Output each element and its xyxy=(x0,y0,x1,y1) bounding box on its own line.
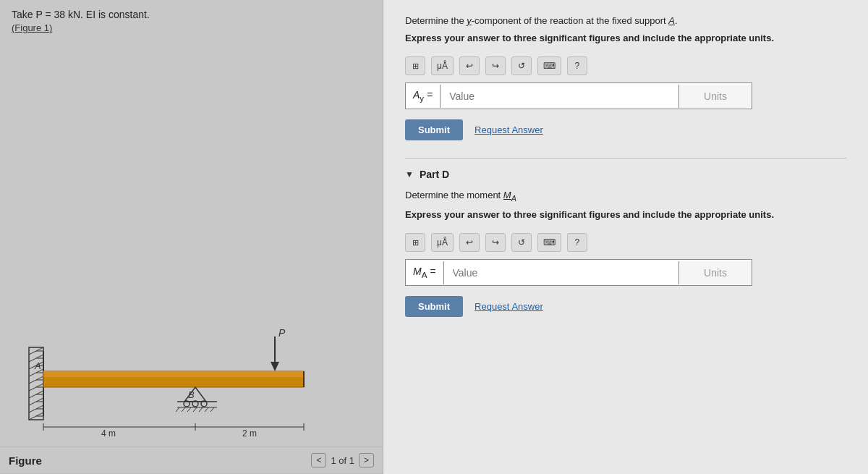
nav-controls: < 1 of 1 > xyxy=(311,453,374,467)
part-c-units-field: Units xyxy=(679,85,752,108)
part-d-label: Part D xyxy=(420,169,449,180)
figure-label: Figure xyxy=(9,454,42,467)
svg-marker-36 xyxy=(271,362,279,371)
keyboard-button-c[interactable]: ⌨ xyxy=(537,56,561,75)
part-d-moment-label: MA xyxy=(503,190,516,200)
dim-2m: 2 m xyxy=(242,428,257,439)
part-d-submit-button[interactable]: Submit xyxy=(405,296,463,317)
svg-rect-23 xyxy=(43,371,304,377)
svg-line-29 xyxy=(176,407,179,412)
p-label: P xyxy=(278,327,286,339)
nav-page-indicator: 1 of 1 xyxy=(331,455,354,466)
part-c-title: Determine the y-component of the reactio… xyxy=(405,14,846,27)
undo-button-c[interactable]: ↩ xyxy=(459,56,480,75)
part-d-value-input[interactable] xyxy=(443,261,679,284)
help-icon-d: ? xyxy=(575,237,580,247)
a-label: A xyxy=(34,360,41,371)
keyboard-icon-d: ⌨ xyxy=(543,237,556,247)
title-fixed: A xyxy=(668,15,675,26)
help-button-d[interactable]: ? xyxy=(567,233,587,252)
part-c-value-input[interactable] xyxy=(440,85,679,108)
svg-line-33 xyxy=(199,407,203,412)
keyboard-button-d[interactable]: ⌨ xyxy=(537,233,561,252)
mu-button-c[interactable]: μÅ xyxy=(431,56,454,75)
redo-icon-c: ↪ xyxy=(492,61,499,71)
part-d-header: ▼ Part D xyxy=(405,169,846,180)
help-button-c[interactable]: ? xyxy=(567,56,587,75)
nav-next-button[interactable]: > xyxy=(359,453,374,467)
part-d-title: Determine the moment MA xyxy=(405,189,846,204)
part-d-arrow: ▼ xyxy=(405,169,414,179)
part-d-request-answer-button[interactable]: Request Answer xyxy=(475,301,543,312)
right-panel: Determine the y-component of the reactio… xyxy=(383,0,868,474)
section-divider xyxy=(405,158,846,158)
dim-4m: 4 m xyxy=(101,428,116,439)
svg-line-34 xyxy=(205,407,208,412)
svg-line-30 xyxy=(182,407,185,412)
figure-canvas: B P A xyxy=(22,242,333,445)
reset-icon-c: ↺ xyxy=(518,61,525,71)
part-c-label: Ay = xyxy=(406,83,440,109)
keyboard-icon-c: ⌨ xyxy=(543,61,556,71)
redo-button-d[interactable]: ↪ xyxy=(485,233,506,252)
title-italic: y xyxy=(467,15,472,26)
formula-button-c[interactable]: ⊞ xyxy=(405,56,425,75)
part-d-toolbar: ⊞ μÅ ↩ ↪ ↺ ⌨ ? xyxy=(405,233,846,252)
undo-icon-c: ↩ xyxy=(466,61,473,71)
reset-button-d[interactable]: ↺ xyxy=(511,233,532,252)
redo-icon-d: ↪ xyxy=(492,237,499,247)
part-d-section: ▼ Part D Determine the moment MA Express… xyxy=(405,169,846,317)
left-panel: Take P = 38 kN. EI is constant. (Figure … xyxy=(0,0,383,474)
redo-button-c[interactable]: ↪ xyxy=(485,56,506,75)
part-d-label-field: MA = xyxy=(406,260,443,285)
undo-icon-d: ↩ xyxy=(466,237,473,247)
part-d-instruction: Express your answer to three significant… xyxy=(405,208,846,221)
reset-icon-d: ↺ xyxy=(518,237,525,247)
mu-button-d[interactable]: μÅ xyxy=(431,233,454,252)
part-d-submit-row: Submit Request Answer xyxy=(405,296,846,317)
svg-line-32 xyxy=(193,407,197,412)
help-icon-c: ? xyxy=(575,61,580,71)
beam-svg: B P A xyxy=(22,242,333,445)
part-d-units-field: Units xyxy=(679,261,752,284)
svg-line-35 xyxy=(210,407,214,412)
nav-prev-button[interactable]: < xyxy=(311,453,326,467)
problem-ref[interactable]: (Figure 1) xyxy=(12,22,371,33)
reset-button-c[interactable]: ↺ xyxy=(511,56,532,75)
figure-header: Figure < 1 of 1 > xyxy=(0,447,383,474)
formula-icon-c: ⊞ xyxy=(412,62,419,71)
part-d-answer-row: MA = Units xyxy=(405,259,752,286)
wall-hatch xyxy=(29,347,43,420)
svg-line-31 xyxy=(187,407,191,412)
problem-text: Take P = 38 kN. EI is constant. xyxy=(12,9,371,20)
formula-icon-d: ⊞ xyxy=(412,238,419,247)
part-c-submit-button[interactable]: Submit xyxy=(405,119,463,140)
formula-button-d[interactable]: ⊞ xyxy=(405,233,425,252)
part-c-toolbar: ⊞ μÅ ↩ ↪ ↺ ⌨ ? xyxy=(405,56,846,75)
part-c-request-answer-button[interactable]: Request Answer xyxy=(475,124,543,135)
part-c-instruction: Express your answer to three significant… xyxy=(405,32,846,45)
mu-icon-c: μÅ xyxy=(437,61,448,71)
mu-icon-d: μÅ xyxy=(437,237,448,247)
figure-info: Take P = 38 kN. EI is constant. (Figure … xyxy=(0,0,383,39)
undo-button-d[interactable]: ↩ xyxy=(459,233,480,252)
part-c-answer-row: Ay = Units xyxy=(405,82,752,109)
part-c-submit-row: Submit Request Answer xyxy=(405,119,846,140)
